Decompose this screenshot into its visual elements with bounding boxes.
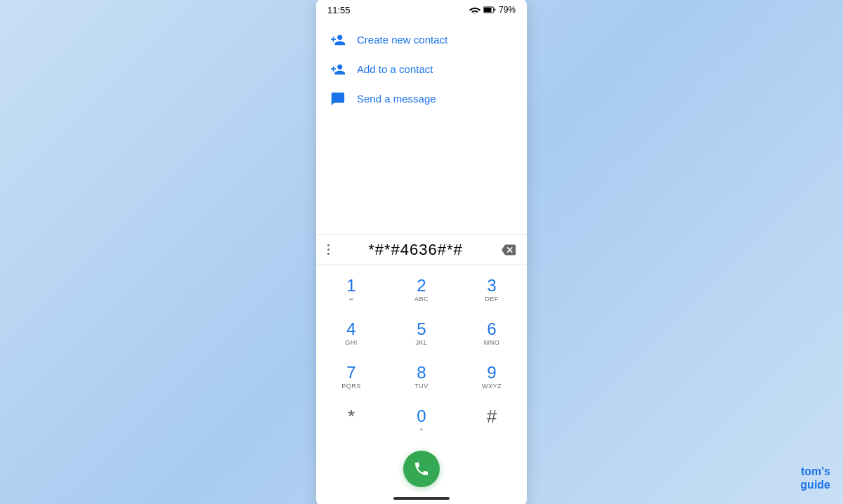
key-star-symbol: * [348,406,355,427]
key-4-number: 4 [346,320,355,338]
key-0[interactable]: 0 + [399,400,444,441]
svg-rect-3 [495,8,496,11]
menu-item-send-message-label: Send a message [357,93,436,105]
key-5-number: 5 [417,320,426,338]
dialer-display: *#*#4636#*# [338,241,493,259]
key-3-letters: DEF [485,296,499,303]
keypad: 1 ∞ 2 ABC 3 DEF 4 GHI [316,265,527,445]
menu-item-send-message[interactable]: Send a message [316,84,527,114]
key-2-number: 2 [417,277,426,295]
key-9[interactable]: 9 WXYZ [469,357,514,397]
key-3[interactable]: 3 DEF [469,270,514,310]
key-1-letters: ∞ [349,296,353,303]
call-button[interactable] [403,451,440,487]
key-9-letters: WXYZ [482,383,502,390]
svg-rect-2 [484,8,492,13]
key-4[interactable]: 4 GHI [329,313,374,354]
phone-icon [413,460,430,477]
key-0-letters: + [419,426,424,433]
key-8[interactable]: 8 TUV [399,357,444,397]
battery-icon [483,6,496,14]
home-indicator [393,497,450,500]
key-1-number: 1 [346,277,355,295]
menu-item-create-contact[interactable]: Create new contact [316,25,527,55]
key-2[interactable]: 2 ABC [399,270,444,310]
menu-item-add-contact-label: Add to a contact [357,63,433,75]
key-6[interactable]: 6 MNO [469,313,514,354]
key-7-letters: PQRS [341,383,361,390]
key-6-letters: MNO [484,339,500,346]
spacer [316,122,527,234]
toms-guide-line1: tom's [800,465,830,478]
menu-item-create-contact-label: Create new contact [357,34,447,46]
backspace-icon[interactable] [499,243,518,257]
dialer-input-row: *#*#4636#*# [316,235,527,265]
create-contact-icon [330,32,346,48]
key-7-number: 7 [346,364,355,382]
key-5-letters: JKL [415,339,427,346]
key-3-number: 3 [487,277,496,295]
dialer-menu-button[interactable] [325,241,332,258]
wifi-icon [469,6,481,14]
key-0-number: 0 [417,407,426,425]
key-4-letters: GHI [345,339,358,346]
status-icons: 79% [469,5,516,15]
key-7[interactable]: 7 PQRS [329,357,374,397]
key-9-number: 9 [487,364,496,382]
menu-item-add-contact[interactable]: Add to a contact [316,55,527,84]
status-bar: 11:55 79% [316,0,527,20]
phone-frame: 11:55 79% Create new contact [316,0,527,504]
message-icon [330,91,346,107]
key-8-number: 8 [417,364,426,382]
key-hash[interactable]: # [469,400,514,441]
key-1[interactable]: 1 ∞ [329,270,374,310]
menu-items: Create new contact Add to a contact Send… [316,20,527,122]
svg-point-0 [474,13,476,14]
key-2-letters: ABC [414,296,429,303]
add-contact-icon [330,62,346,77]
key-hash-symbol: # [487,406,497,427]
toms-guide-branding: tom's guide [800,465,830,491]
key-star[interactable]: * [329,400,374,441]
toms-guide-line2: guide [800,478,830,491]
key-8-letters: TUV [414,383,429,390]
key-6-number: 6 [487,320,496,338]
call-row [316,445,527,494]
battery-percent: 79% [499,5,516,15]
status-time: 11:55 [327,5,351,15]
key-5[interactable]: 5 JKL [399,313,444,354]
